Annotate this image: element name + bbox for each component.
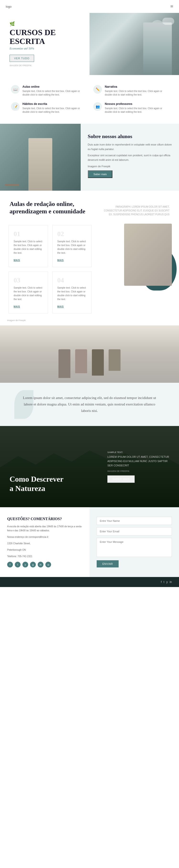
contact-address-2: Peterborough ON xyxy=(7,548,82,552)
card-text: Sample text. Click to select the text bo… xyxy=(13,286,43,301)
feature-icon-narrativa: ✏️ xyxy=(93,85,102,94)
desk-deco xyxy=(5,184,19,186)
feature-text-habitos: Hábitos de escrita Sample text. Click to… xyxy=(23,102,86,114)
card-text: Sample text. Click to select the text bo… xyxy=(57,240,86,255)
hero-image xyxy=(90,13,179,75)
about-title: Sobre nossos alunos xyxy=(88,133,172,140)
about-image xyxy=(0,124,81,191)
quote-text: Lorem ipsum dolor sit amet, consectetur … xyxy=(19,395,160,414)
card-link[interactable]: MAIS xyxy=(13,259,20,261)
social-youtube[interactable]: y xyxy=(23,562,28,567)
footer-twitter[interactable]: t xyxy=(164,580,164,584)
send-button[interactable]: ENVIAR xyxy=(97,560,119,567)
card-01: 01 Sample text. Click to select the text… xyxy=(9,225,48,267)
footer-youtube[interactable]: y xyxy=(166,580,168,584)
feature-icon-professores: 👥 xyxy=(93,102,102,111)
social-linkedin[interactable]: in xyxy=(38,562,43,567)
cards-right-image-area xyxy=(124,224,172,286)
about-button[interactable]: Saber mais xyxy=(88,170,113,178)
about-para2: Excepteur sint occaecat cupidatat non pr… xyxy=(88,153,172,162)
cloud-deco xyxy=(162,18,174,25)
card-text: Sample text. Click to select the text bo… xyxy=(57,286,86,301)
hero-subtitle: Economize até 50% xyxy=(9,46,82,51)
logo: logo xyxy=(6,5,12,8)
forest-button[interactable]: SABER MAIS xyxy=(107,475,135,483)
contact-address: Nossa endereço de correspondência é: 132… xyxy=(7,535,82,558)
contact-email-input[interactable] xyxy=(97,527,172,535)
hero-content: 🌿 CURSOS DE ESCRITA Economize até 50% VE… xyxy=(0,13,90,75)
forest-content-left: Como Descrever a Natureza xyxy=(9,474,64,493)
footer: f t y in xyxy=(0,577,179,587)
feature-text-online: Aulas online Sample text. Click to selec… xyxy=(23,85,86,96)
card-04: 04 Sample text. Click to select the text… xyxy=(52,271,92,313)
feature-item: 📝 Hábitos de escrita Sample text. Click … xyxy=(7,99,90,117)
cards-credit: Imagem de Freepik xyxy=(0,317,179,326)
cards-grid: 01 Sample text. Click to select the text… xyxy=(7,224,93,315)
feature-desc: Sample text. Click to select the text bo… xyxy=(23,89,86,96)
card-03: 03 Sample text. Click to select the text… xyxy=(9,271,48,313)
feature-desc: Sample text. Click to select the text bo… xyxy=(23,106,86,114)
feature-desc: Sample text. Click to select the text bo… xyxy=(105,106,168,114)
person-2 xyxy=(75,349,87,373)
hero-credit: IMAGEM DE FREEPIK xyxy=(9,64,82,67)
hero-button[interactable]: VER TUDO xyxy=(9,55,34,62)
feature-text-professores: Nossos professores Sample text. Click to… xyxy=(105,102,168,114)
card-link[interactable]: MAIS xyxy=(57,305,64,308)
social-googleplus[interactable]: g xyxy=(30,562,36,567)
feature-text-narrativa: Narrativa Sample text. Click to select t… xyxy=(105,85,168,96)
contact-text: A escola de redação está aberta das 19h0… xyxy=(7,524,82,532)
forest-credit: IMAGEM DE FREEPIK xyxy=(107,469,170,473)
card-link[interactable]: MAIS xyxy=(57,259,64,261)
card-link[interactable]: MAIS xyxy=(13,305,20,308)
group-people xyxy=(59,349,120,378)
person-1 xyxy=(59,349,70,378)
hero-leaf-icon: 🌿 xyxy=(9,21,82,27)
contact-address-label: Nossa endereço de correspondência é: xyxy=(7,535,82,539)
forest-title: Como Descrever a Natureza xyxy=(9,474,64,493)
about-content: Sobre nossos alunos Duis aute irure dolo… xyxy=(81,124,179,191)
forest-text: LOREM IPSUM DOLOR UT AMET, CONSECTETUR A… xyxy=(107,455,170,468)
footer-linkedin[interactable]: in xyxy=(170,580,172,584)
contact-address-1: 1326 Charlotte Street, xyxy=(7,541,82,546)
hero-bg-image xyxy=(90,13,179,75)
footer-facebook[interactable]: f xyxy=(161,580,162,584)
contact-phone: Telefone: 705-742-2321 xyxy=(7,554,82,558)
hero-person-shape xyxy=(143,23,172,75)
forest-bg: Como Descrever a Natureza SAMPLE TEXT: L… xyxy=(0,426,179,507)
card-number: 03 xyxy=(13,276,43,284)
person-3 xyxy=(92,349,104,376)
social-facebook[interactable]: f xyxy=(7,562,13,567)
hero-section: 🌿 CURSOS DE ESCRITA Economize até 50% VE… xyxy=(0,13,179,75)
group-photo-image xyxy=(0,326,179,383)
feature-title: Hábitos de escrita xyxy=(23,102,86,105)
person-4 xyxy=(109,349,120,371)
feature-title: Narrativa xyxy=(105,85,168,88)
navigation: logo ≡ xyxy=(0,0,179,13)
about-section: Sobre nossos alunos Duis aute irure dolo… xyxy=(0,124,179,191)
forest-sample-label: SAMPLE TEXT: xyxy=(107,451,170,454)
social-instagram[interactable]: ◎ xyxy=(45,562,51,567)
contact-title: QUESTÕES? COMENTÁRIOS? xyxy=(7,517,82,521)
feature-item: ✏️ Narrativa Sample text. Click to selec… xyxy=(90,82,172,99)
social-twitter[interactable]: t xyxy=(15,562,21,567)
menu-icon[interactable]: ≡ xyxy=(170,3,173,9)
feature-title: Nossos professores xyxy=(105,102,168,105)
card-text: Sample text. Click to select the text bo… xyxy=(13,240,43,255)
cards-section: 01 Sample text. Click to select the text… xyxy=(0,221,179,317)
about-para1: Duis aute irure dolor in reprehenderit i… xyxy=(88,143,172,151)
contact-message-input[interactable] xyxy=(97,538,172,557)
forest-section: Como Descrever a Natureza SAMPLE TEXT: L… xyxy=(0,426,179,507)
forest-content-right: SAMPLE TEXT: LOREM IPSUM DOLOR UT AMET, … xyxy=(107,451,170,483)
contact-section: QUESTÕES? COMENTÁRIOS? A escola de redaç… xyxy=(0,507,179,577)
about-credit: Imagem de Freepik xyxy=(88,164,172,169)
quote-section: Lorem ipsum dolor sit amet, consectetur … xyxy=(0,383,179,426)
feature-item: 📖 Aulas online Sample text. Click to sel… xyxy=(7,82,90,99)
cards-person-image xyxy=(124,224,172,286)
card-number: 04 xyxy=(57,276,86,284)
contact-info: QUESTÕES? COMENTÁRIOS? A escola de redaç… xyxy=(0,507,90,577)
card-number: 01 xyxy=(13,230,43,238)
hero-title: CURSOS DE ESCRITA xyxy=(9,28,82,46)
card-02: 02 Sample text. Click to select the text… xyxy=(52,225,92,267)
contact-name-input[interactable] xyxy=(97,517,172,525)
heading-paragraph: PARAGRAPH: LOREM IPSUM DOLOR SIT AMET, C… xyxy=(103,200,170,216)
